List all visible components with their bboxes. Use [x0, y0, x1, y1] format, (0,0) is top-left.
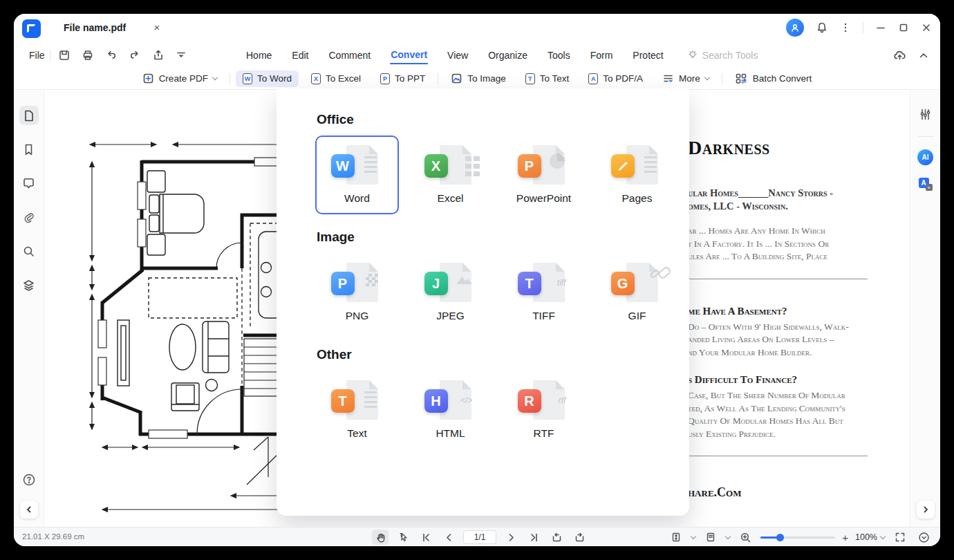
convert-option-html[interactable]: </> H HTML: [409, 371, 492, 449]
file-menu[interactable]: File: [29, 50, 45, 61]
next-page-icon[interactable]: [503, 530, 519, 545]
tab-close-icon[interactable]: ×: [151, 21, 163, 34]
menu-home[interactable]: Home: [245, 47, 272, 64]
menu-form[interactable]: Form: [590, 47, 614, 64]
zoom-slider[interactable]: [760, 536, 835, 539]
close-button[interactable]: [921, 22, 932, 33]
chevron-down-icon[interactable]: [691, 533, 696, 539]
menu-convert[interactable]: Convert: [390, 46, 428, 64]
collapse-toolbar-icon[interactable]: [176, 50, 187, 61]
menu-view[interactable]: View: [447, 47, 469, 64]
batch-convert-label: Batch Convert: [753, 73, 812, 84]
convert-option-png[interactable]: P PNG: [315, 253, 399, 332]
minimize-button[interactable]: [875, 22, 886, 33]
convert-option-text[interactable]: T Text: [315, 371, 399, 449]
zoom-level-value[interactable]: 100%: [855, 532, 877, 542]
fullscreen-icon[interactable]: [892, 530, 908, 545]
doc-paragraph-line: nd Your Modular Home Builder.: [688, 346, 868, 360]
doc-paragraph-line: Do – Often With 9' High Sidewalls, Walk-: [688, 321, 868, 334]
convert-ribbon: Create PDF W To Word X To Excel P To PPT…: [14, 68, 940, 90]
fit-width-icon[interactable]: [702, 530, 719, 545]
last-page-icon[interactable]: [525, 530, 542, 545]
create-pdf-label: Create PDF: [159, 73, 208, 84]
redo-icon[interactable]: [129, 49, 141, 62]
translate-icon[interactable]: A ≡: [919, 178, 933, 190]
help-icon[interactable]: [19, 470, 39, 489]
to-excel-button[interactable]: X To Excel: [304, 71, 368, 87]
convert-option-excel[interactable]: X Excel: [409, 136, 492, 214]
text-doc-icon: T: [525, 73, 535, 84]
doc-rule: [688, 279, 868, 279]
comment-icon[interactable]: [19, 174, 39, 193]
share-icon[interactable]: [152, 49, 165, 62]
print-icon[interactable]: [82, 49, 94, 62]
zoom-in-button[interactable]: +: [842, 532, 848, 543]
ai-icon[interactable]: AI: [917, 149, 933, 165]
convert-option-tiff[interactable]: tiff T TIFF: [502, 253, 586, 332]
kebab-menu-icon[interactable]: [840, 22, 851, 33]
section-title-other: Other: [317, 347, 689, 362]
to-ppt-button[interactable]: P To PPT: [373, 71, 432, 87]
to-pdfa-button[interactable]: A To PDF/A: [581, 71, 650, 87]
batch-convert-button[interactable]: Batch Convert: [728, 70, 819, 87]
hand-tool-icon[interactable]: [372, 530, 389, 545]
cloud-upload-icon[interactable]: [893, 49, 907, 62]
convert-option-powerpoint[interactable]: P PowerPoint: [502, 136, 586, 214]
convert-option-rtf[interactable]: rtf R RTF: [502, 371, 586, 449]
pages-pen-icon: [611, 154, 635, 178]
doc-heading: s Difficult To Finance?: [688, 374, 868, 386]
attachment-icon[interactable]: [19, 207, 39, 227]
thumbnails-icon[interactable]: [19, 106, 39, 125]
search-tools[interactable]: Search Tools: [687, 50, 758, 61]
menu-organize[interactable]: Organize: [487, 47, 528, 64]
chevron-down-icon[interactable]: [880, 533, 886, 539]
to-text-button[interactable]: T To Text: [518, 71, 577, 87]
save-icon[interactable]: [58, 49, 71, 62]
convert-option-word[interactable]: W Word: [315, 136, 399, 214]
app-logo-icon[interactable]: [22, 19, 41, 38]
expand-right-icon[interactable]: [917, 501, 935, 519]
more-button[interactable]: More: [655, 71, 716, 86]
prev-page-icon[interactable]: [440, 530, 457, 545]
menubar: File Home Edit Comment: [14, 43, 940, 68]
to-word-button[interactable]: W To Word: [236, 71, 299, 87]
select-tool-icon[interactable]: [395, 530, 411, 545]
create-pdf-button[interactable]: Create PDF: [135, 70, 224, 87]
fit-page-icon[interactable]: [668, 530, 684, 545]
page-indicator-input[interactable]: 1/1: [463, 530, 496, 544]
collapse-bar-icon[interactable]: [915, 530, 932, 545]
divider: [230, 73, 230, 84]
menu-protect[interactable]: Protect: [632, 47, 664, 64]
document-tab[interactable]: File name.pdf: [64, 22, 126, 33]
menu-tools[interactable]: Tools: [547, 47, 571, 64]
maximize-button[interactable]: [898, 22, 909, 33]
notifications-bell-icon[interactable]: [816, 21, 828, 34]
first-page-icon[interactable]: [418, 530, 434, 545]
rtf-file-icon: rtf R: [518, 380, 570, 422]
search-icon[interactable]: [19, 241, 39, 261]
bookmark-icon[interactable]: [19, 140, 39, 159]
zoom-lens-icon[interactable]: [737, 530, 754, 545]
doc-paragraph-line: Case, But The Sheer Number Of Modular: [688, 389, 868, 402]
excel-file-icon: X: [424, 145, 477, 187]
collapse-left-icon[interactable]: [20, 501, 38, 519]
rotate-left-icon[interactable]: [548, 530, 565, 545]
chevron-down-icon: [212, 75, 218, 80]
account-avatar[interactable]: [786, 19, 804, 37]
divider: [50, 50, 50, 61]
properties-icon[interactable]: [916, 104, 935, 124]
zoom-slider-knob[interactable]: [776, 534, 784, 541]
lamp-icon: [687, 50, 698, 61]
layers-icon[interactable]: [19, 275, 39, 295]
collapse-ribbon-icon[interactable]: [918, 50, 929, 61]
convert-option-gif[interactable]: G GIF: [595, 253, 679, 332]
convert-option-jpeg[interactable]: J JPEG: [409, 253, 492, 332]
rotate-right-icon[interactable]: [571, 530, 588, 545]
chevron-down-icon[interactable]: [725, 533, 731, 539]
menu-comment[interactable]: Comment: [328, 47, 371, 64]
menu-edit[interactable]: Edit: [291, 47, 309, 64]
to-image-button[interactable]: To Image: [444, 70, 513, 87]
undo-icon[interactable]: [105, 49, 118, 62]
doc-title: Darkness: [688, 137, 868, 159]
convert-option-pages[interactable]: Pages: [595, 136, 679, 214]
